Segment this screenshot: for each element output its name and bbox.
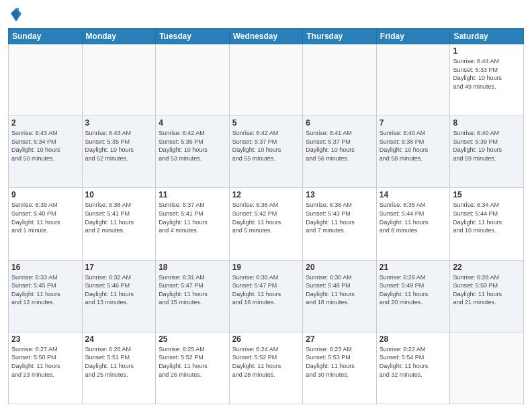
- calendar-table: SundayMondayTuesdayWednesdayThursdayFrid…: [8, 28, 524, 404]
- calendar-cell: 16Sunrise: 6:33 AM Sunset: 5:45 PM Dayli…: [9, 260, 83, 332]
- calendar-cell: [229, 44, 303, 116]
- day-info: Sunrise: 6:26 AM Sunset: 5:51 PM Dayligh…: [85, 345, 153, 379]
- calendar-cell: 15Sunrise: 6:34 AM Sunset: 5:44 PM Dayli…: [450, 188, 524, 260]
- day-info: Sunrise: 6:25 AM Sunset: 5:52 PM Dayligh…: [159, 345, 226, 379]
- weekday-header-sunday: Sunday: [9, 29, 83, 44]
- logo: [8, 7, 23, 23]
- calendar-cell: 14Sunrise: 6:35 AM Sunset: 5:44 PM Dayli…: [376, 188, 450, 260]
- day-number: 17: [85, 263, 153, 272]
- day-info: Sunrise: 6:44 AM Sunset: 5:33 PM Dayligh…: [453, 57, 521, 91]
- day-number: 3: [85, 118, 153, 128]
- week-row-1: 1Sunrise: 6:44 AM Sunset: 5:33 PM Daylig…: [9, 44, 524, 116]
- day-info: Sunrise: 6:40 AM Sunset: 5:39 PM Dayligh…: [453, 129, 521, 163]
- day-info: Sunrise: 6:24 AM Sunset: 5:52 PM Dayligh…: [232, 345, 300, 379]
- day-number: 14: [380, 190, 447, 199]
- calendar-cell: 8Sunrise: 6:40 AM Sunset: 5:39 PM Daylig…: [450, 116, 524, 188]
- day-number: 4: [159, 118, 226, 128]
- day-info: Sunrise: 6:31 AM Sunset: 5:47 PM Dayligh…: [159, 273, 226, 307]
- day-number: 13: [306, 190, 373, 199]
- day-number: 8: [453, 118, 521, 128]
- calendar-cell: 9Sunrise: 6:39 AM Sunset: 5:40 PM Daylig…: [9, 188, 83, 260]
- day-number: 19: [232, 263, 300, 272]
- page: SundayMondayTuesdayWednesdayThursdayFrid…: [0, 0, 532, 411]
- calendar-cell: 23Sunrise: 6:27 AM Sunset: 5:50 PM Dayli…: [9, 332, 83, 404]
- day-info: Sunrise: 6:28 AM Sunset: 5:50 PM Dayligh…: [453, 273, 521, 307]
- week-row-5: 23Sunrise: 6:27 AM Sunset: 5:50 PM Dayli…: [9, 332, 524, 404]
- day-number: 9: [11, 190, 79, 199]
- day-number: 24: [85, 334, 153, 344]
- weekday-header-thursday: Thursday: [303, 29, 377, 44]
- day-info: Sunrise: 6:43 AM Sunset: 5:35 PM Dayligh…: [85, 129, 153, 163]
- weekday-header-friday: Friday: [376, 29, 450, 44]
- day-number: 2: [11, 118, 79, 128]
- calendar-cell: 11Sunrise: 6:37 AM Sunset: 5:41 PM Dayli…: [156, 188, 230, 260]
- calendar-cell: 10Sunrise: 6:38 AM Sunset: 5:41 PM Dayli…: [82, 188, 156, 260]
- week-row-4: 16Sunrise: 6:33 AM Sunset: 5:45 PM Dayli…: [9, 260, 524, 332]
- calendar-cell: [376, 44, 450, 116]
- calendar-cell: 26Sunrise: 6:24 AM Sunset: 5:52 PM Dayli…: [229, 332, 303, 404]
- day-info: Sunrise: 6:42 AM Sunset: 5:37 PM Dayligh…: [232, 129, 300, 163]
- calendar-cell: 1Sunrise: 6:44 AM Sunset: 5:33 PM Daylig…: [450, 44, 524, 116]
- weekday-header-monday: Monday: [82, 29, 156, 44]
- day-info: Sunrise: 6:32 AM Sunset: 5:46 PM Dayligh…: [85, 273, 153, 307]
- day-info: Sunrise: 6:37 AM Sunset: 5:41 PM Dayligh…: [159, 201, 226, 234]
- weekday-header-wednesday: Wednesday: [229, 29, 303, 44]
- day-number: 26: [232, 334, 300, 344]
- calendar-cell: 25Sunrise: 6:25 AM Sunset: 5:52 PM Dayli…: [156, 332, 230, 404]
- calendar-cell: 24Sunrise: 6:26 AM Sunset: 5:51 PM Dayli…: [82, 332, 156, 404]
- calendar-cell: 7Sunrise: 6:40 AM Sunset: 5:38 PM Daylig…: [376, 116, 450, 188]
- day-number: 16: [11, 263, 79, 272]
- calendar-cell: [9, 44, 83, 116]
- weekday-header-saturday: Saturday: [450, 29, 524, 44]
- svg-marker-0: [11, 8, 21, 21]
- calendar-cell: 5Sunrise: 6:42 AM Sunset: 5:37 PM Daylig…: [229, 116, 303, 188]
- calendar-cell: 13Sunrise: 6:36 AM Sunset: 5:43 PM Dayli…: [303, 188, 377, 260]
- calendar-cell: [303, 44, 377, 116]
- day-info: Sunrise: 6:35 AM Sunset: 5:44 PM Dayligh…: [380, 201, 447, 234]
- day-number: 27: [306, 334, 373, 344]
- calendar-cell: 3Sunrise: 6:43 AM Sunset: 5:35 PM Daylig…: [82, 116, 156, 188]
- day-info: Sunrise: 6:39 AM Sunset: 5:40 PM Dayligh…: [11, 201, 79, 234]
- logo-icon: [9, 7, 23, 23]
- calendar-cell: 20Sunrise: 6:30 AM Sunset: 5:48 PM Dayli…: [303, 260, 377, 332]
- day-number: 15: [453, 190, 521, 199]
- day-number: 12: [232, 190, 300, 199]
- header: [8, 7, 524, 23]
- calendar-cell: 2Sunrise: 6:43 AM Sunset: 5:34 PM Daylig…: [9, 116, 83, 188]
- calendar-cell: 22Sunrise: 6:28 AM Sunset: 5:50 PM Dayli…: [450, 260, 524, 332]
- day-info: Sunrise: 6:23 AM Sunset: 5:53 PM Dayligh…: [306, 345, 373, 379]
- day-info: Sunrise: 6:30 AM Sunset: 5:48 PM Dayligh…: [306, 273, 373, 307]
- calendar-cell: 28Sunrise: 6:22 AM Sunset: 5:54 PM Dayli…: [376, 332, 450, 404]
- calendar-cell: 17Sunrise: 6:32 AM Sunset: 5:46 PM Dayli…: [82, 260, 156, 332]
- day-number: 11: [159, 190, 226, 199]
- week-row-2: 2Sunrise: 6:43 AM Sunset: 5:34 PM Daylig…: [9, 116, 524, 188]
- calendar-cell: 6Sunrise: 6:41 AM Sunset: 5:37 PM Daylig…: [303, 116, 377, 188]
- weekday-header-tuesday: Tuesday: [156, 29, 230, 44]
- day-number: 6: [306, 118, 373, 128]
- week-row-3: 9Sunrise: 6:39 AM Sunset: 5:40 PM Daylig…: [9, 188, 524, 260]
- day-info: Sunrise: 6:30 AM Sunset: 5:47 PM Dayligh…: [232, 273, 300, 307]
- day-info: Sunrise: 6:40 AM Sunset: 5:38 PM Dayligh…: [380, 129, 447, 163]
- weekday-header-row: SundayMondayTuesdayWednesdayThursdayFrid…: [9, 29, 524, 44]
- day-number: 18: [159, 263, 226, 272]
- day-info: Sunrise: 6:29 AM Sunset: 5:49 PM Dayligh…: [380, 273, 447, 307]
- calendar-cell: 18Sunrise: 6:31 AM Sunset: 5:47 PM Dayli…: [156, 260, 230, 332]
- day-info: Sunrise: 6:38 AM Sunset: 5:41 PM Dayligh…: [85, 201, 153, 234]
- day-info: Sunrise: 6:34 AM Sunset: 5:44 PM Dayligh…: [453, 201, 521, 234]
- day-info: Sunrise: 6:33 AM Sunset: 5:45 PM Dayligh…: [11, 273, 79, 307]
- day-number: 1: [453, 46, 521, 56]
- day-info: Sunrise: 6:41 AM Sunset: 5:37 PM Dayligh…: [306, 129, 373, 163]
- day-info: Sunrise: 6:42 AM Sunset: 5:36 PM Dayligh…: [159, 129, 226, 163]
- day-number: 20: [306, 263, 373, 272]
- calendar-cell: [82, 44, 156, 116]
- day-info: Sunrise: 6:36 AM Sunset: 5:42 PM Dayligh…: [232, 201, 300, 234]
- day-number: 28: [380, 334, 447, 344]
- calendar-cell: 21Sunrise: 6:29 AM Sunset: 5:49 PM Dayli…: [376, 260, 450, 332]
- day-number: 25: [159, 334, 226, 344]
- calendar-cell: 12Sunrise: 6:36 AM Sunset: 5:42 PM Dayli…: [229, 188, 303, 260]
- day-info: Sunrise: 6:27 AM Sunset: 5:50 PM Dayligh…: [11, 345, 79, 379]
- calendar-cell: 27Sunrise: 6:23 AM Sunset: 5:53 PM Dayli…: [303, 332, 377, 404]
- calendar-cell: [450, 332, 524, 404]
- day-info: Sunrise: 6:36 AM Sunset: 5:43 PM Dayligh…: [306, 201, 373, 234]
- calendar-cell: [156, 44, 230, 116]
